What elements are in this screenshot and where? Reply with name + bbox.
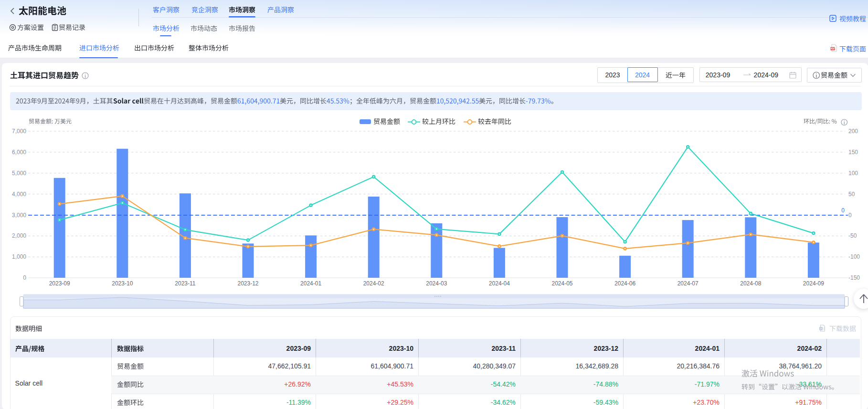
svg-text:PDF: PDF [830,48,835,50]
